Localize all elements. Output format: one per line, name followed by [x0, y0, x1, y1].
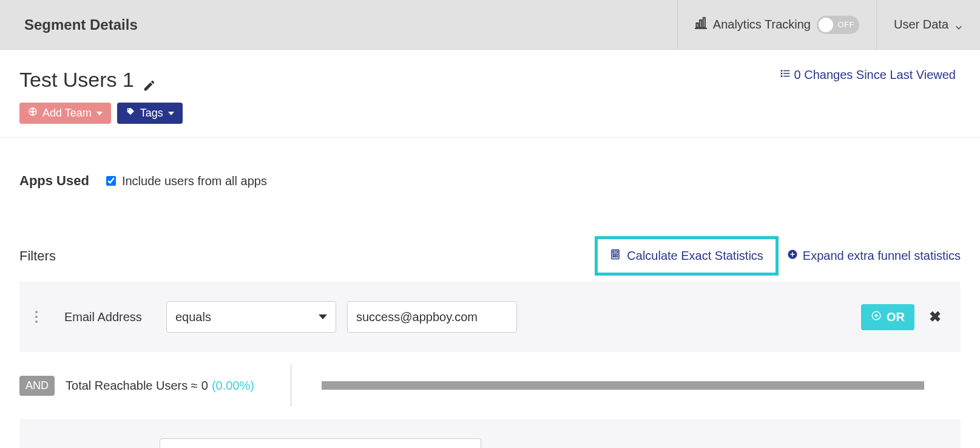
- plus-circle-icon: [787, 249, 798, 263]
- svg-point-13: [613, 254, 615, 256]
- svg-point-15: [617, 254, 618, 256]
- add-filter-row: + Add Filter Select Filter...: [19, 419, 961, 448]
- segment-name: Test Users 1: [19, 68, 134, 92]
- filter-row: Email Address equals OR ✖: [19, 282, 961, 352]
- filter-field: Email Address: [64, 310, 155, 324]
- reach-bar: [322, 381, 924, 390]
- svg-rect-2: [703, 18, 705, 27]
- tags-label: Tags: [140, 107, 163, 120]
- segment-title: Test Users 1: [19, 68, 183, 92]
- stats-value: 0: [201, 379, 208, 393]
- add-team-button[interactable]: Add Team: [19, 103, 111, 124]
- caret-down-icon: [96, 112, 103, 115]
- svg-point-5: [780, 70, 782, 72]
- svg-rect-10: [783, 76, 790, 77]
- expand-funnel-link[interactable]: Expand extra funnel statistics: [787, 249, 961, 263]
- add-team-label: Add Team: [42, 107, 92, 120]
- analytics-toggle[interactable]: OFF: [817, 16, 859, 34]
- page-title: Segment Details: [0, 16, 138, 33]
- svg-rect-1: [700, 20, 701, 28]
- stats-prefix: Total Reachable Users ≈: [66, 379, 198, 393]
- caret-down-icon: [168, 112, 174, 115]
- tag-buttons: Add Team Tags: [19, 103, 183, 124]
- or-label: OR: [887, 310, 905, 324]
- stats-text: Total Reachable Users ≈ 0 (0.00%): [66, 379, 254, 393]
- apps-row: Apps Used Include users from all apps: [19, 138, 961, 189]
- tags-button[interactable]: Tags: [117, 103, 183, 124]
- filters-label: Filters: [19, 248, 56, 264]
- and-pill: AND: [19, 376, 55, 396]
- include-all-apps-label: Include users from all apps: [122, 174, 267, 188]
- divider: [291, 364, 291, 407]
- svg-rect-0: [696, 23, 698, 28]
- globe-icon: [28, 107, 38, 120]
- user-data-dropdown[interactable]: User Data: [876, 0, 980, 49]
- user-data-label: User Data: [894, 18, 948, 32]
- header-bar: Segment Details Analytics Tracking OFF U…: [0, 0, 980, 50]
- svg-rect-8: [783, 73, 790, 74]
- expand-label: Expand extra funnel statistics: [803, 249, 961, 263]
- pencil-icon[interactable]: [143, 73, 156, 87]
- operator-select[interactable]: equals: [166, 301, 336, 333]
- changes-text: 0 Changes Since Last Viewed: [794, 68, 956, 82]
- list-icon: [780, 68, 791, 82]
- filter-value-input[interactable]: [347, 301, 517, 333]
- analytics-tracking: Analytics Tracking OFF: [677, 0, 876, 49]
- bar-chart-icon: [695, 17, 707, 32]
- svg-point-18: [617, 256, 618, 257]
- calculator-icon: [610, 249, 621, 263]
- header-right: Analytics Tracking OFF User Data: [677, 0, 980, 49]
- operator-value: equals: [175, 310, 211, 324]
- add-filter-plus[interactable]: +: [19, 430, 53, 448]
- include-all-apps-input[interactable]: [106, 176, 116, 186]
- remove-filter-button[interactable]: ✖: [925, 308, 945, 325]
- plus-circle-icon: [871, 310, 882, 324]
- chevron-down-icon: [955, 21, 963, 29]
- select-filter-dropdown[interactable]: Select Filter...: [160, 438, 481, 448]
- svg-point-16: [613, 256, 615, 257]
- changes-link[interactable]: 0 Changes Since Last Viewed: [780, 68, 956, 82]
- drag-handle[interactable]: [19, 293, 53, 341]
- toggle-knob: [819, 18, 833, 32]
- or-button[interactable]: OR: [861, 304, 914, 330]
- stats-pct: (0.00%): [212, 379, 254, 393]
- apps-label: Apps Used: [19, 173, 89, 189]
- svg-rect-6: [783, 70, 790, 72]
- calculate-stats-button[interactable]: Calculate Exact Statistics: [595, 236, 779, 276]
- tag-icon: [126, 107, 135, 120]
- svg-point-14: [615, 254, 617, 256]
- stats-row: AND Total Reachable Users ≈ 0 (0.00%): [19, 352, 961, 419]
- svg-rect-12: [613, 251, 618, 253]
- caret-down-icon: [319, 314, 327, 319]
- svg-point-17: [615, 256, 617, 257]
- toggle-state: OFF: [837, 20, 854, 29]
- title-area: Test Users 1 Add Team Tags: [0, 50, 980, 138]
- calc-label: Calculate Exact Statistics: [627, 249, 763, 263]
- svg-point-7: [780, 73, 782, 75]
- analytics-label: Analytics Tracking: [713, 18, 811, 32]
- filters-header: Filters Calculate Exact Statistics Expan…: [19, 189, 961, 282]
- svg-point-9: [780, 75, 782, 77]
- include-all-apps-checkbox[interactable]: Include users from all apps: [106, 174, 267, 188]
